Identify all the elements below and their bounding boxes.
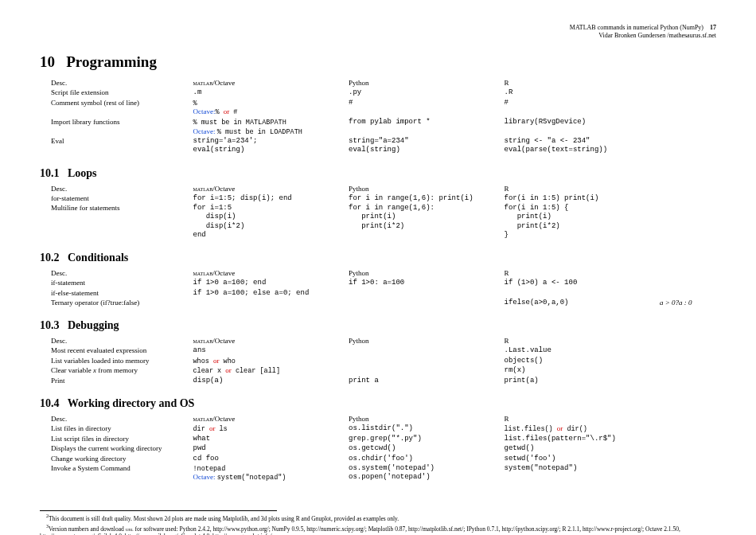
col-desc: Desc. xyxy=(51,79,193,88)
page-header: MATLAB commands in numerical Python (Num… xyxy=(40,24,716,39)
doc-author: Vidar Bronken Gundersen /mathesaurus.sf.… xyxy=(598,32,716,39)
cell-python: string="a=234" eval(string) xyxy=(349,137,505,156)
conditionals-table: Desc. matlab/Octave Python R if-statemen… xyxy=(51,269,727,308)
loops-table: Desc. matlab/Octave Python R for-stateme… xyxy=(51,185,727,241)
cell-matlab: % must be in MATLABPATHOctave: % must be… xyxy=(193,118,349,137)
row-desc: Eval xyxy=(51,137,193,156)
row-desc: Import library functions xyxy=(51,118,193,137)
cell-python: from pylab import * xyxy=(349,118,505,137)
cell-python: # xyxy=(349,99,505,118)
subsection-heading: 10.4 Working directory and OS xyxy=(40,397,716,410)
debugging-table: Desc. matlab/Octave Python R Most recent… xyxy=(51,337,727,386)
col-matlab: matlab/Octave xyxy=(193,79,349,88)
row-desc: Script file extension xyxy=(51,88,193,98)
doc-title: MATLAB commands in numerical Python (Num… xyxy=(570,24,703,31)
page-number: 17 xyxy=(710,24,716,31)
cell-matlab: .m xyxy=(193,88,349,98)
subsection-heading: 10.2 Conditionals xyxy=(40,252,716,264)
os-table: Desc. matlab/Octave Python R List files … xyxy=(51,415,727,483)
programming-table: Desc. matlab/Octave Python R Script file… xyxy=(51,79,727,156)
subsection-heading: 10.3 Debugging xyxy=(40,319,716,332)
col-python: Python xyxy=(349,79,505,88)
cell-matlab: string='a=234'; eval(string) xyxy=(193,137,349,156)
cell-matlab: %Octave:% or # xyxy=(193,99,349,118)
cell-r: string <- "a <- 234" eval(parse(text=str… xyxy=(505,137,661,156)
footnote-3: 3Version numbers and download url for so… xyxy=(40,523,716,535)
footnote-2: 2This document is still draft quality. M… xyxy=(40,513,716,523)
section-heading: 10 Programming xyxy=(40,53,716,71)
cell-r: # xyxy=(505,99,661,118)
row-desc: Comment symbol (rest of line) xyxy=(51,99,193,118)
cell-r: library(RSvgDevice) xyxy=(505,118,661,137)
cell-r: .R xyxy=(505,88,661,98)
subsection-heading: 10.1 Loops xyxy=(40,167,716,180)
col-r: R xyxy=(505,79,661,88)
footnote-rule xyxy=(40,510,277,511)
cell-python: .py xyxy=(349,88,505,98)
math-expr: a > 0?a : 0 xyxy=(660,299,727,308)
